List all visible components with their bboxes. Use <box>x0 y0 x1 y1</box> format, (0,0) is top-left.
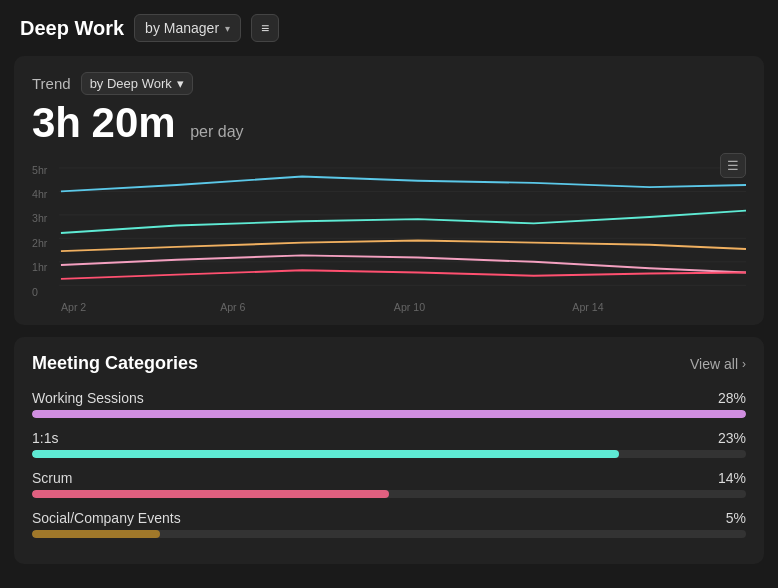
categories-title: Meeting Categories <box>32 353 198 374</box>
category-pct: 14% <box>718 470 746 486</box>
svg-text:3hr: 3hr <box>32 212 48 225</box>
trend-groupby-label: by Deep Work <box>90 76 172 91</box>
category-item-header: 1:1s 23% <box>32 430 746 446</box>
svg-text:5hr: 5hr <box>32 164 48 177</box>
list-icon: ☰ <box>727 158 739 173</box>
category-name: Social/Company Events <box>32 510 181 526</box>
category-pct: 23% <box>718 430 746 446</box>
bar-fill <box>32 410 746 418</box>
trend-minutes: 20m <box>92 99 176 146</box>
svg-text:4hr: 4hr <box>32 187 48 200</box>
trend-svg: 5hr 4hr 3hr 2hr 1hr 0 Apr 2 A <box>32 153 746 313</box>
svg-text:2hr: 2hr <box>32 236 48 249</box>
bar-fill <box>32 530 160 538</box>
filter-button[interactable]: ≡ <box>251 14 279 42</box>
category-name: Working Sessions <box>32 390 144 406</box>
view-all-label: View all <box>690 356 738 372</box>
bar-fill <box>32 450 619 458</box>
category-item-header: Working Sessions 28% <box>32 390 746 406</box>
bar-track <box>32 530 746 538</box>
category-item: 1:1s 23% <box>32 430 746 458</box>
category-pct: 28% <box>718 390 746 406</box>
svg-text:Apr 10: Apr 10 <box>394 300 425 313</box>
bar-fill <box>32 490 389 498</box>
manager-filter-dropdown[interactable]: by Manager ▾ <box>134 14 241 42</box>
trend-header: Trend by Deep Work ▾ <box>32 72 746 95</box>
svg-text:Apr 2: Apr 2 <box>61 300 86 313</box>
bar-track <box>32 450 746 458</box>
meeting-categories-card: Meeting Categories View all › Working Se… <box>14 337 764 564</box>
trend-unit: per day <box>190 123 243 140</box>
category-item: Working Sessions 28% <box>32 390 746 418</box>
category-name: Scrum <box>32 470 72 486</box>
trend-card: Trend by Deep Work ▾ 3h 20m per day ☰ 5h… <box>14 56 764 325</box>
trend-label: Trend <box>32 75 71 92</box>
categories-list: Working Sessions 28% 1:1s 23% Scrum 14% <box>32 390 746 538</box>
trend-value: 3h 20m per day <box>32 99 746 147</box>
categories-header: Meeting Categories View all › <box>32 353 746 374</box>
category-item-header: Social/Company Events 5% <box>32 510 746 526</box>
svg-text:Apr 14: Apr 14 <box>572 300 603 313</box>
filter-icon: ≡ <box>261 20 269 36</box>
trend-hours: 3h <box>32 99 81 146</box>
category-pct: 5% <box>726 510 746 526</box>
trend-chevron-icon: ▾ <box>177 76 184 91</box>
svg-text:Apr 6: Apr 6 <box>220 300 245 313</box>
chevron-down-icon: ▾ <box>225 23 230 34</box>
chevron-right-icon: › <box>742 357 746 371</box>
chart-list-icon-button[interactable]: ☰ <box>720 153 746 178</box>
category-item-header: Scrum 14% <box>32 470 746 486</box>
category-name: 1:1s <box>32 430 58 446</box>
category-item: Scrum 14% <box>32 470 746 498</box>
trend-chart: ☰ 5hr 4hr 3hr 2hr 1hr 0 <box>32 153 746 313</box>
view-all-button[interactable]: View all › <box>690 356 746 372</box>
bar-track <box>32 410 746 418</box>
manager-filter-label: by Manager <box>145 20 219 36</box>
svg-text:0: 0 <box>32 285 38 298</box>
svg-text:1hr: 1hr <box>32 261 48 274</box>
category-item: Social/Company Events 5% <box>32 510 746 538</box>
trend-groupby-dropdown[interactable]: by Deep Work ▾ <box>81 72 193 95</box>
header: Deep Work by Manager ▾ ≡ <box>0 0 778 52</box>
bar-track <box>32 490 746 498</box>
app-title: Deep Work <box>20 17 124 40</box>
